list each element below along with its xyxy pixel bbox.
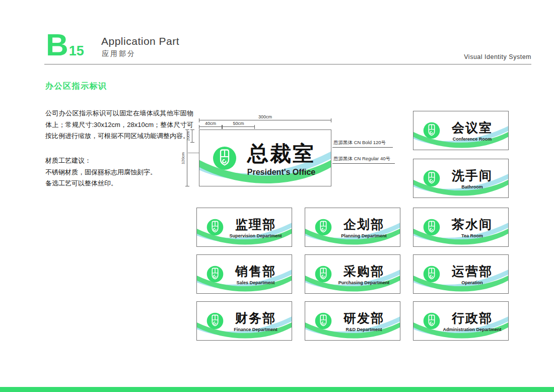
footer-accent-bar xyxy=(0,387,554,392)
dimension-total-width: 300cm xyxy=(199,120,331,120)
page-code-letter: B xyxy=(46,30,68,59)
sign-title-en: Supervision Department xyxy=(224,233,288,238)
sign-title-en: Operation xyxy=(440,280,504,285)
sign-title-en: Planning Department xyxy=(332,233,396,238)
door-sign-sales: 销售部 Sales Department xyxy=(196,254,292,294)
dimension-label: 120cm xyxy=(181,152,185,164)
sign-title-cn: 销售部 xyxy=(224,263,288,280)
sign-title-en: Purchasing Department xyxy=(332,280,396,285)
door-sign-planning: 企划部 Planning Department xyxy=(305,208,400,247)
sign-title-cn: 总裁室 xyxy=(237,140,326,168)
sign-title-cn: 采购部 xyxy=(332,263,396,280)
page-title-en: Application Part xyxy=(101,35,179,47)
brand-logo-icon xyxy=(213,146,237,170)
dimension-seg2: 50cm xyxy=(222,126,255,127)
dimension-label: 50cm xyxy=(222,121,255,126)
sign-title-cn: 行政部 xyxy=(440,310,504,326)
description-paragraph: 公司办公区指示标识可以固定在墙体或其他牢固物体上；常规尺寸:30x12cm，28… xyxy=(45,108,193,142)
sign-title-cn: 监理部 xyxy=(224,216,288,233)
font-note-bold: 思源黑体 CN Bold 120号 xyxy=(332,140,393,148)
sign-title-en: Conference Room xyxy=(440,137,504,142)
page-code: B 15 xyxy=(46,30,84,59)
sign-title-en: Bathroom xyxy=(440,184,504,189)
brand-logo-icon xyxy=(206,266,224,283)
sign-title-en: Sales Department xyxy=(224,280,288,285)
brand-logo-icon xyxy=(206,219,224,236)
material-note-line2: 备选工艺可以整体丝印。 xyxy=(45,178,193,189)
brand-logo-icon xyxy=(315,219,332,236)
dimension-seg1: 40cm xyxy=(199,126,222,127)
brand-logo-icon xyxy=(423,312,440,330)
door-sign-president: 总裁室 President's Office xyxy=(199,129,331,186)
page-code-number: 15 xyxy=(69,42,84,59)
sign-title-en: Tea Room xyxy=(440,233,504,238)
door-sign-bathroom: 洗手间 Bathroom xyxy=(413,159,509,198)
vis-system-label: Visual Identity System xyxy=(397,53,531,60)
door-sign-purchasing: 采购部 Purchasing Department xyxy=(305,254,400,294)
door-sign-conference: 会议室 Conference Room xyxy=(413,111,509,150)
dimension-label: 300cm xyxy=(199,114,331,119)
dimension-top-height: 20cm xyxy=(192,129,192,143)
sign-title-en: President's Office xyxy=(237,168,326,177)
material-note-line1: 不锈钢材质，固保丽标志用腐蚀刻字。 xyxy=(45,167,193,178)
door-sign-operation: 运营部 Operation xyxy=(413,254,509,294)
sign-title-cn: 运营部 xyxy=(440,263,504,280)
sign-title-cn: 会议室 xyxy=(440,119,504,136)
section-title: 办公区指示标识 xyxy=(45,81,107,92)
brand-logo-icon xyxy=(423,266,440,283)
dimension-height: 120cm xyxy=(187,129,187,186)
material-note-title: 材质工艺建议： xyxy=(45,155,193,167)
door-sign-supervision: 监理部 Supervision Department xyxy=(196,208,292,247)
brand-logo-icon xyxy=(423,170,440,187)
sign-title-en: R&D Department xyxy=(332,327,396,332)
sign-title-cn: 洗手间 xyxy=(440,167,504,184)
brand-logo-icon xyxy=(423,219,440,236)
sign-title-en: Administration Department xyxy=(440,327,504,332)
brand-logo-icon xyxy=(315,266,332,283)
sign-title-cn: 茶水间 xyxy=(440,216,504,233)
brand-logo-icon xyxy=(206,312,224,330)
door-sign-admin: 行政部 Administration Department xyxy=(413,301,509,341)
brand-logo-icon xyxy=(315,312,332,330)
sign-title-cn: 财务部 xyxy=(224,310,288,326)
material-note: 材质工艺建议： 不锈钢材质，固保丽标志用腐蚀刻字。 备选工艺可以整体丝印。 xyxy=(45,155,193,189)
sign-title-en: Finance Department xyxy=(224,327,288,332)
sign-title-cn: 企划部 xyxy=(332,216,396,233)
sign-title-cn: 研发部 xyxy=(332,310,396,326)
page-title-cn: 应用部分 xyxy=(102,49,136,58)
door-sign-rnd: 研发部 R&D Department xyxy=(305,301,400,341)
header-divider xyxy=(44,64,531,64)
brand-logo-icon xyxy=(423,122,440,139)
font-note-regular: 思源黑体 CN Regular 40号 xyxy=(332,156,395,164)
dimension-label: 20cm xyxy=(186,131,190,141)
dimension-label: 40cm xyxy=(199,121,222,126)
door-sign-tearoom: 茶水间 Tea Room xyxy=(413,208,509,247)
door-sign-finance: 财务部 Finance Department xyxy=(196,301,292,341)
